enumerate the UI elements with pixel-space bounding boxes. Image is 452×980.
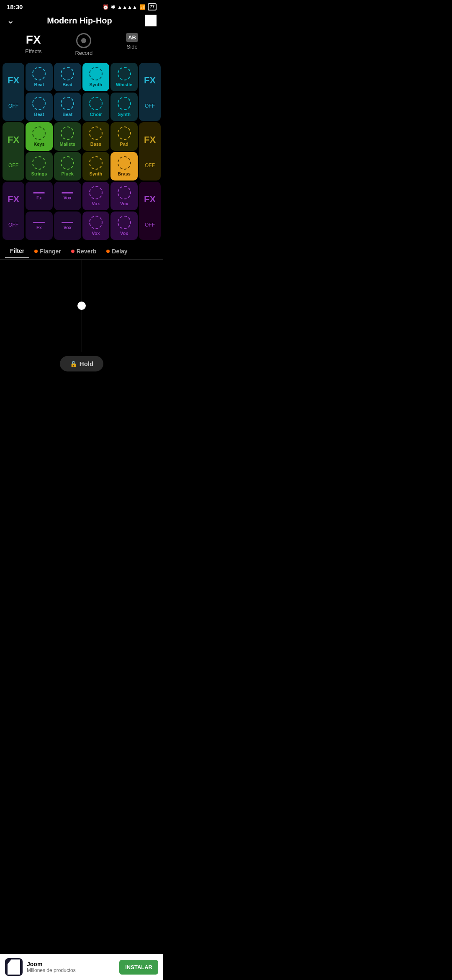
pad-beat-1[interactable]: Beat: [26, 63, 53, 91]
pad-synth-2-label: Synth: [118, 112, 131, 117]
hold-button[interactable]: 🔒 Hold: [60, 356, 103, 371]
record-button[interactable]: Record: [75, 33, 92, 56]
flanger-tab[interactable]: Flanger: [29, 245, 66, 257]
hold-area: 🔒 Hold: [0, 352, 163, 376]
pad-pad[interactable]: Pad: [110, 122, 138, 151]
pad-synth-active-icon: [89, 67, 103, 80]
pad-vox-1-label: Vox: [63, 195, 71, 200]
header: ⌄ Modern Hip-Hop: [0, 12, 163, 31]
row2-grid: Keys Mallets Bass Pad Strings Pluck: [26, 122, 138, 181]
pad-vox-2-icon: [89, 186, 103, 199]
pad-choir[interactable]: Choir: [82, 93, 110, 121]
row3-fx-left[interactable]: FX OFF: [3, 182, 24, 240]
reverb-tab[interactable]: Reverb: [66, 245, 101, 257]
pad-fx-2[interactable]: Fx: [26, 211, 53, 240]
pad-strings-label: Strings: [31, 171, 47, 176]
pad-beat-4[interactable]: Beat: [54, 93, 81, 121]
pad-keys-label: Keys: [33, 142, 44, 147]
row3-grid: Fx Vox Vox Vox Fx Vox: [26, 182, 138, 240]
pad-vox-5[interactable]: Vox: [82, 211, 110, 240]
pad-row-2: FX OFF Keys Mallets Bass Pad Strings: [3, 122, 161, 181]
pad-vox-4-line: [62, 222, 73, 223]
pad-bass-label: Bass: [90, 142, 101, 147]
filter-bar: Filter Flanger Reverb Delay: [0, 242, 163, 260]
pad-synth-2-icon: [118, 97, 131, 110]
pad-keys-icon: [32, 126, 46, 140]
pad-bass[interactable]: Bass: [82, 122, 110, 151]
pad-pluck[interactable]: Pluck: [54, 152, 81, 181]
row1-fx-left[interactable]: FX OFF: [3, 63, 24, 121]
pad-mallets-label: Mallets: [59, 142, 75, 147]
pad-vox-1[interactable]: Vox: [54, 182, 81, 210]
record-icon: [76, 33, 91, 48]
top-controls: FX Effects Record AB Side: [0, 31, 163, 61]
pad-bass-icon: [89, 126, 103, 140]
xy-dot[interactable]: [77, 302, 86, 310]
pad-vox-3-label: Vox: [120, 201, 128, 206]
xy-pad[interactable]: [0, 260, 163, 352]
page-title: Modern Hip-Hop: [47, 16, 112, 26]
lock-icon: 🔒: [70, 361, 77, 367]
reverb-tab-label: Reverb: [77, 248, 96, 255]
pad-brass-label: Brass: [118, 171, 131, 176]
pad-vox-2[interactable]: Vox: [82, 182, 110, 210]
row2-fx-right[interactable]: FX OFF: [139, 122, 161, 181]
pad-pluck-icon: [61, 156, 74, 170]
row3-fx-right-label: FX: [144, 194, 156, 205]
pad-row-1: FX OFF Beat Beat Synth Whistle Beat: [3, 63, 161, 121]
pad-fx-2-label: Fx: [36, 225, 42, 230]
pad-keys[interactable]: Keys: [26, 122, 53, 151]
row3-fx-right-sub: OFF: [145, 222, 155, 228]
pad-synth-3[interactable]: Synth: [82, 152, 110, 181]
pad-beat-3-label: Beat: [34, 112, 44, 117]
stop-button[interactable]: [145, 15, 157, 26]
pad-mallets[interactable]: Mallets: [54, 122, 81, 151]
row3-fx-right[interactable]: FX OFF: [139, 182, 161, 240]
chevron-down-button[interactable]: ⌄: [7, 15, 14, 26]
delay-tab[interactable]: Delay: [101, 245, 132, 257]
pad-vox-3-icon: [118, 186, 131, 199]
pad-synth-3-label: Synth: [90, 171, 103, 176]
pad-vox-6-icon: [118, 216, 131, 229]
bluetooth-icon: ✱: [111, 4, 115, 10]
pad-beat-4-icon: [61, 97, 74, 110]
pad-whistle[interactable]: Whistle: [110, 63, 138, 91]
row1-fx-right[interactable]: FX OFF: [139, 63, 161, 121]
row2-fx-left[interactable]: FX OFF: [3, 122, 24, 181]
pad-beat-2[interactable]: Beat: [54, 63, 81, 91]
pad-vox-3[interactable]: Vox: [110, 182, 138, 210]
pad-vox-6[interactable]: Vox: [110, 211, 138, 240]
pad-fx-1[interactable]: Fx: [26, 182, 53, 210]
pad-row-3: FX OFF Fx Vox Vox Vox Fx: [3, 182, 161, 240]
pad-brass-icon: [118, 156, 131, 170]
hold-label: Hold: [80, 360, 93, 367]
pad-synth-active-label: Synth: [90, 82, 103, 87]
pad-whistle-label: Whistle: [116, 82, 132, 87]
pad-fx-1-label: Fx: [36, 195, 42, 200]
fx-effects-button[interactable]: FX Effects: [25, 33, 42, 54]
pad-beat-4-label: Beat: [62, 112, 72, 117]
delay-tab-label: Delay: [112, 248, 127, 255]
pad-fx-2-line: [33, 222, 45, 223]
row2-fx-right-sub: OFF: [145, 162, 155, 168]
filter-tab[interactable]: Filter: [5, 245, 29, 258]
pad-vox-4[interactable]: Vox: [54, 211, 81, 240]
pad-vox-2-label: Vox: [92, 201, 100, 206]
side-button[interactable]: AB Side: [126, 33, 138, 50]
side-sub: Side: [127, 44, 138, 50]
pad-beat-2-icon: [61, 67, 74, 80]
flanger-dot: [34, 250, 38, 253]
filter-tab-label: Filter: [10, 248, 24, 254]
pad-brass[interactable]: Brass: [110, 152, 138, 181]
pad-synth-2[interactable]: Synth: [110, 93, 138, 121]
status-time: 18:30: [7, 3, 23, 10]
pad-vox-5-label: Vox: [92, 231, 100, 236]
pad-synth-active[interactable]: Synth: [82, 63, 110, 91]
pad-strings[interactable]: Strings: [26, 152, 53, 181]
pad-beat-3[interactable]: Beat: [26, 93, 53, 121]
pad-vox-5-icon: [89, 216, 103, 229]
signal-icon: ▲▲▲▲: [117, 4, 137, 10]
row1-fx-right-label: FX: [144, 75, 156, 86]
pad-pluck-label: Pluck: [61, 171, 73, 176]
wifi-icon: 📶: [139, 4, 146, 10]
